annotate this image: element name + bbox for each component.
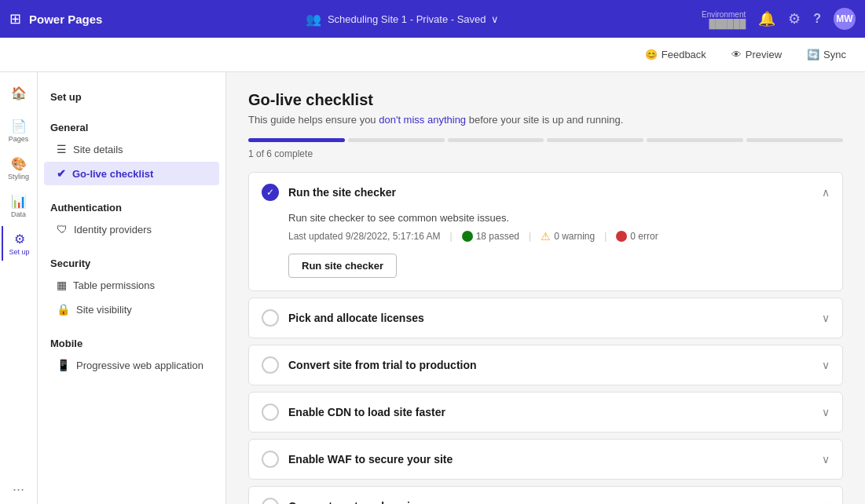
sync-icon: 🔄 xyxy=(807,49,819,60)
site-selector[interactable]: Scheduling Site 1 - Private - Saved ∨ xyxy=(328,13,499,25)
checklist-item-domain: Connect custom domain ∨ xyxy=(248,486,843,504)
chevron-up-icon: ∧ xyxy=(822,186,830,199)
meta-date: Last updated 9/28/2022, 5:17:16 AM xyxy=(288,231,441,242)
checklist-icon: ✔ xyxy=(57,167,66,180)
setup-icon: ⚙ xyxy=(14,232,25,247)
sidebar-icon-setup[interactable]: ⚙ Set up xyxy=(2,226,36,261)
check-circle-convert xyxy=(262,356,279,374)
warning-icon: ⚠ xyxy=(541,230,551,243)
sidebar-icon-data[interactable]: 📊 Data xyxy=(2,188,36,223)
site-details-icon: ☰ xyxy=(57,143,67,155)
shield-icon: 🛡 xyxy=(57,223,68,236)
progress-count: 1 of 6 complete xyxy=(248,148,843,159)
pages-icon: 📄 xyxy=(11,119,27,133)
sidebar-icon-pages[interactable]: 📄 Pages xyxy=(2,113,36,148)
progress-segment-6 xyxy=(746,138,843,142)
check-circle-domain xyxy=(262,498,279,504)
preview-icon: 👁 xyxy=(731,49,742,60)
chevron-down-cdn-icon: ∨ xyxy=(822,406,830,418)
environment-info: Environment ██████ xyxy=(702,10,746,28)
nav-item-table-permissions[interactable]: ▦ Table permissions xyxy=(44,273,219,297)
nav-item-identity-providers[interactable]: 🛡 Identity providers xyxy=(44,217,219,241)
run-site-checker-button[interactable]: Run site checker xyxy=(288,254,397,278)
checklist-expanded-site-checker: Run site checker to see common website i… xyxy=(249,212,842,290)
sync-button[interactable]: 🔄 Sync xyxy=(801,46,852,64)
lock-icon: 🔒 xyxy=(57,303,70,316)
check-circle-waf xyxy=(262,451,279,468)
chevron-down-domain-icon: ∨ xyxy=(822,500,830,504)
checklist-header-licenses[interactable]: Pick and allocate licenses ∨ xyxy=(249,298,842,338)
site-checker-meta: Last updated 9/28/2022, 5:17:16 AM | 18 … xyxy=(288,230,830,243)
meta-passed: 18 passed xyxy=(462,231,519,242)
check-circle-licenses xyxy=(262,309,279,327)
chevron-down-convert-icon: ∨ xyxy=(822,359,830,371)
subtitle-link[interactable]: don't miss anything xyxy=(379,114,466,126)
sidebar-more-icon[interactable]: ··· xyxy=(13,481,24,498)
site-icon: 👥 xyxy=(306,12,321,27)
general-section-title: General xyxy=(38,115,225,137)
main-content: Go-live checklist This guide helps ensur… xyxy=(226,72,865,504)
avatar[interactable]: MW xyxy=(834,8,856,30)
progress-bar xyxy=(248,138,843,142)
checklist-header-convert[interactable]: Convert site from trial to production ∨ xyxy=(249,345,842,385)
meta-error: 0 error xyxy=(616,231,658,242)
checklist-item-licenses: Pick and allocate licenses ∨ xyxy=(248,298,843,338)
checklist-header-waf[interactable]: Enable WAF to secure your site ∨ xyxy=(249,440,842,479)
bell-icon[interactable]: 🔔 xyxy=(758,10,775,27)
checklist-header-site-checker[interactable]: ✓ Run the site checker ∧ xyxy=(249,173,842,212)
nav-sidebar: Set up General ☰ Site details ✔ Go-live … xyxy=(38,72,226,504)
checklist-item-convert: Convert site from trial to production ∨ xyxy=(248,345,843,385)
setup-title: Set up xyxy=(38,85,225,106)
progress-segment-1 xyxy=(248,138,345,142)
home-icon: 🏠 xyxy=(11,86,27,100)
nav-item-golive-checklist[interactable]: ✔ Go-live checklist xyxy=(44,162,219,185)
site-selector-label: Scheduling Site 1 - Private - Saved xyxy=(328,13,486,25)
meta-warning: ⚠ 0 warning xyxy=(541,230,595,243)
mobile-icon: 📱 xyxy=(57,359,70,371)
error-dot xyxy=(616,231,627,242)
passed-dot xyxy=(462,231,473,242)
checklist-title-licenses: Pick and allocate licenses xyxy=(288,312,812,324)
help-icon[interactable]: ? xyxy=(813,12,821,26)
progress-segment-2 xyxy=(348,138,445,142)
icon-sidebar: 🏠 📄 Pages 🎨 Styling 📊 Data ⚙ Set up ··· xyxy=(0,72,38,504)
security-section-title: Security xyxy=(38,251,225,272)
chevron-down-waf-icon: ∨ xyxy=(822,453,830,466)
nav-item-site-details[interactable]: ☰ Site details xyxy=(44,137,219,161)
checklist-title-waf: Enable WAF to secure your site xyxy=(288,453,812,466)
nav-item-site-visibility[interactable]: 🔒 Site visibility xyxy=(44,298,219,321)
checklist-title-convert: Convert site from trial to production xyxy=(288,359,812,371)
table-icon: ▦ xyxy=(57,279,67,291)
checklist-title-domain: Connect custom domain xyxy=(288,500,812,504)
authentication-section-title: Authentication xyxy=(38,195,225,217)
chevron-down-licenses-icon: ∨ xyxy=(822,312,830,324)
sidebar-icon-home[interactable]: 🏠 xyxy=(2,75,36,110)
progress-segment-5 xyxy=(647,138,743,142)
styling-icon: 🎨 xyxy=(11,156,27,171)
page-title: Go-live checklist xyxy=(248,91,843,109)
data-icon: 📊 xyxy=(11,194,27,209)
subheader: 😊 Feedback 👁 Preview 🔄 Sync xyxy=(0,38,865,72)
grid-icon[interactable]: ⊞ xyxy=(9,10,21,27)
checklist-header-domain[interactable]: Connect custom domain ∨ xyxy=(249,487,842,504)
nav-item-pwa[interactable]: 📱 Progressive web application xyxy=(44,353,219,377)
checklist-item-cdn: Enable CDN to load site faster ∨ xyxy=(248,392,843,433)
sidebar-icon-styling[interactable]: 🎨 Styling xyxy=(2,151,36,185)
feedback-button[interactable]: 😊 Feedback xyxy=(639,46,713,64)
site-checker-desc: Run site checker to see common website i… xyxy=(288,212,830,224)
settings-icon[interactable]: ⚙ xyxy=(788,10,801,27)
checklist-item-site-checker: ✓ Run the site checker ∧ Run site checke… xyxy=(248,172,843,291)
main-layout: 🏠 📄 Pages 🎨 Styling 📊 Data ⚙ Set up ··· … xyxy=(0,72,865,504)
mobile-section-title: Mobile xyxy=(38,331,225,352)
checklist-title-cdn: Enable CDN to load site faster xyxy=(288,406,812,418)
progress-segment-3 xyxy=(448,138,544,142)
checklist-item-waf: Enable WAF to secure your site ∨ xyxy=(248,439,843,480)
checklist-title-site-checker: Run the site checker xyxy=(288,186,812,199)
preview-button[interactable]: 👁 Preview xyxy=(725,46,788,64)
progress-segment-4 xyxy=(547,138,643,142)
app-title: Power Pages xyxy=(29,13,102,26)
feedback-icon: 😊 xyxy=(645,49,658,60)
page-subtitle: This guide helps ensure you don't miss a… xyxy=(248,114,843,126)
topbar: ⊞ Power Pages 👥 Scheduling Site 1 - Priv… xyxy=(0,0,865,38)
checklist-header-cdn[interactable]: Enable CDN to load site faster ∨ xyxy=(249,393,842,432)
